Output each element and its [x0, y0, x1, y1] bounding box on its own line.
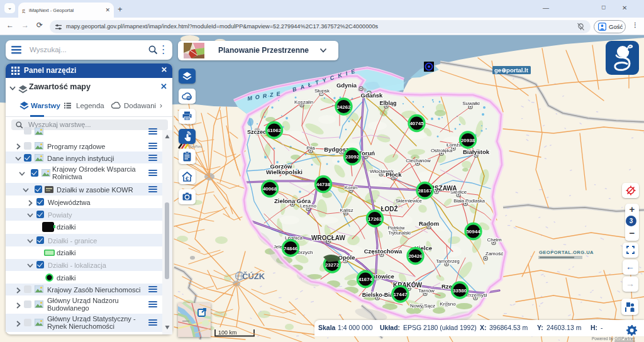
svg-text:ge⊕portal.lt: ge⊕portal.lt — [494, 67, 529, 74]
svg-text:Ciechanów: Ciechanów — [406, 158, 431, 163]
svg-text:33580: 33580 — [453, 288, 467, 294]
svg-text:Biała Podlaska: Biała Podlaska — [453, 198, 485, 204]
svg-text:Słupsk: Słupsk — [314, 88, 330, 94]
svg-text:23092: 23092 — [345, 154, 360, 160]
svg-text:Tarnów: Tarnów — [418, 288, 435, 294]
svg-text:GEOPORTAL.ORG.UA: GEOPORTAL.ORG.UA — [539, 250, 594, 255]
svg-text:17447: 17447 — [393, 292, 408, 297]
svg-text:Częstochowa: Częstochowa — [364, 248, 402, 255]
svg-text:Chełm: Chełm — [487, 237, 501, 243]
svg-text:@: @ — [187, 97, 191, 100]
svg-text:20426: 20426 — [408, 253, 423, 259]
svg-text:40068: 40068 — [263, 186, 277, 192]
svg-text:74846: 74846 — [284, 246, 298, 251]
svg-text:Kalisz: Kalisz — [340, 207, 353, 213]
svg-text:Opole: Opole — [338, 254, 355, 261]
svg-text:44738: 44738 — [316, 182, 331, 187]
svg-text:g: g — [22, 7, 25, 13]
svg-text:Piotrków: Piotrków — [388, 226, 406, 230]
svg-text:Radom: Radom — [419, 220, 439, 227]
svg-text:Trybunalski: Trybunalski — [388, 231, 411, 236]
svg-text:20938: 20938 — [461, 138, 475, 143]
svg-text:24262: 24262 — [336, 104, 351, 110]
svg-text:Koszalin: Koszalin — [294, 99, 313, 105]
svg-text:Suwałki: Suwałki — [462, 101, 480, 106]
svg-text:28167: 28167 — [418, 188, 432, 194]
svg-text:61062: 61062 — [267, 128, 282, 133]
svg-text:Tarnobrzeg: Tarnobrzeg — [436, 258, 460, 264]
svg-text:Skierniewice: Skierniewice — [396, 198, 422, 204]
svg-text:Wielkopolski: Wielkopolski — [266, 168, 303, 175]
svg-text:WROCŁAW: WROCŁAW — [311, 234, 345, 241]
svg-text:ŁODŹ: ŁODŹ — [380, 205, 397, 212]
svg-text:Nowy Sącz: Nowy Sącz — [410, 303, 435, 309]
svg-text:100 km: 100 km — [218, 329, 237, 336]
svg-text:€: € — [186, 175, 189, 182]
svg-text:17263: 17263 — [368, 216, 382, 222]
svg-text:Konin: Konin — [345, 185, 357, 190]
svg-text:Ostrołęka: Ostrołęka — [431, 148, 453, 153]
svg-text:Piła: Piła — [306, 145, 315, 151]
svg-text:Gdynia: Gdynia — [336, 82, 357, 89]
svg-text:Białystok: Białystok — [463, 148, 490, 155]
svg-text:Płock: Płock — [386, 171, 402, 178]
svg-text:41674: 41674 — [358, 277, 373, 282]
svg-text:Krosno: Krosno — [440, 301, 456, 307]
svg-text:40745: 40745 — [409, 121, 424, 126]
svg-text:Leszno: Leszno — [300, 203, 316, 209]
svg-text:Zamość: Zamość — [486, 251, 503, 256]
svg-text:50944: 50944 — [466, 229, 480, 234]
svg-text:GeoPortal.lt: GeoPortal.lt — [189, 145, 202, 148]
svg-text:Przemyśl: Przemyśl — [467, 292, 487, 298]
svg-text:Elbląg: Elbląg — [379, 100, 396, 106]
svg-text:23272: 23272 — [325, 262, 340, 268]
svg-text:Gdańsk: Gdańsk — [361, 92, 384, 99]
